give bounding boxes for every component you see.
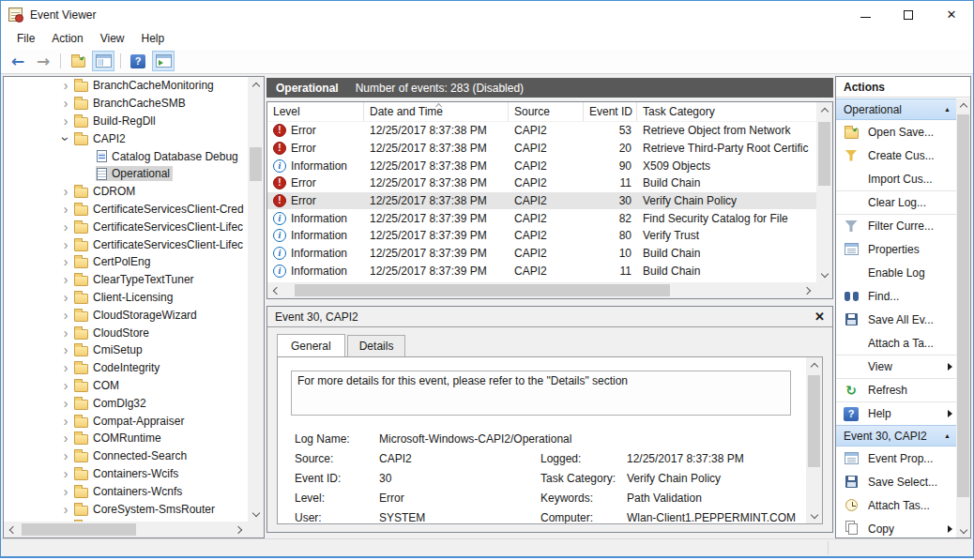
event-row-80-information[interactable]: Information12/25/2017 8:37:39 PMCAPI280V…: [267, 227, 816, 245]
expander-icon[interactable]: ›: [58, 291, 73, 304]
tree-item-codeintegrity[interactable]: ›CodeIntegrity: [4, 359, 248, 377]
expander-icon[interactable]: ›: [58, 114, 73, 128]
console-tree-toggle-button[interactable]: [92, 51, 114, 71]
scroll-track[interactable]: [806, 373, 822, 507]
tree-item-certificateservicesclient-lifec[interactable]: ›CertificateServicesClient-Lifec: [4, 235, 248, 253]
action-pane-toggle-button[interactable]: [152, 51, 175, 71]
scroll-left-button[interactable]: [4, 522, 20, 537]
scroll-track[interactable]: [283, 282, 800, 298]
table-horizontal-scrollbar[interactable]: [267, 282, 816, 298]
column-header-level[interactable]: Level: [267, 102, 364, 121]
expander-icon[interactable]: ›: [58, 203, 73, 216]
forward-button[interactable]: →: [32, 51, 54, 71]
tree-item-certificateservicesclient-cred[interactable]: ›CertificateServicesClient-Cred: [4, 201, 248, 219]
expander-icon[interactable]: ›: [58, 79, 73, 92]
scroll-track[interactable]: [248, 93, 264, 506]
back-button[interactable]: ←: [7, 51, 29, 71]
expander-icon[interactable]: ›: [59, 131, 72, 146]
tree-vertical-scrollbar[interactable]: [248, 77, 264, 522]
actions-vertical-scrollbar[interactable]: [956, 98, 970, 537]
tree-item-certpoleng[interactable]: ›CertPolEng: [4, 253, 248, 271]
scroll-up-button[interactable]: [806, 357, 822, 373]
expander-icon[interactable]: ›: [58, 431, 73, 445]
tab-general[interactable]: General: [277, 334, 345, 356]
scroll-track[interactable]: [816, 118, 832, 266]
scroll-down-button[interactable]: [248, 506, 264, 522]
action-import-cus[interactable]: Import Cus...: [836, 167, 956, 190]
action-enable-log[interactable]: Enable Log: [836, 261, 956, 284]
tree-item-operational[interactable]: Operational: [4, 165, 248, 183]
tree-item-compat-appraiser[interactable]: ›Compat-Appraiser: [4, 412, 248, 430]
tree-item-coresystem-smsrouter[interactable]: ›CoreSystem-SmsRouter: [4, 500, 248, 518]
event-row-82-information[interactable]: Information12/25/2017 8:37:39 PMCAPI282F…: [267, 209, 816, 227]
expander-icon[interactable]: ›: [58, 326, 73, 340]
expander-icon[interactable]: ›: [58, 255, 73, 268]
action-attach-tas[interactable]: Attach Tas...: [836, 493, 956, 517]
expander-icon[interactable]: ›: [58, 449, 73, 462]
close-button[interactable]: ✕: [930, 1, 973, 28]
action-copy[interactable]: Copy: [836, 517, 956, 537]
tree-item-build-regdll[interactable]: ›Build-RegDll: [4, 113, 248, 130]
minimize-button[interactable]: [844, 1, 887, 28]
action-save-all-ev[interactable]: Save All Ev...: [836, 308, 956, 331]
expander-icon[interactable]: ›: [58, 467, 73, 480]
scroll-thumb[interactable]: [808, 375, 820, 467]
tree-item-cloudstoragewizard[interactable]: ›CloudStorageWizard: [4, 306, 248, 324]
scroll-down-button[interactable]: [956, 523, 970, 537]
action-clear-log[interactable]: Clear Log...: [836, 190, 956, 214]
scroll-down-button[interactable]: [806, 507, 822, 523]
show-saved-log-button[interactable]: [67, 51, 89, 71]
expander-icon[interactable]: ›: [58, 185, 73, 198]
scroll-up-button[interactable]: [248, 77, 264, 93]
event-row-11-information[interactable]: Information12/25/2017 8:37:39 PMCAPI211B…: [267, 263, 816, 280]
actions-section-header-event-30-capi2[interactable]: Event 30, CAPI2▲: [836, 425, 956, 446]
event-row-90-information[interactable]: Information12/25/2017 8:37:38 PMCAPI290X…: [267, 157, 816, 174]
scroll-thumb[interactable]: [957, 114, 969, 497]
expander-icon[interactable]: ›: [58, 485, 73, 498]
scroll-up-button[interactable]: [956, 98, 970, 113]
scroll-thumb[interactable]: [295, 284, 670, 296]
expander-icon[interactable]: ›: [58, 238, 73, 251]
expander-icon[interactable]: ›: [58, 361, 73, 374]
action-find[interactable]: Find...: [836, 284, 956, 308]
action-properties[interactable]: Properties: [836, 237, 956, 261]
tree-item-cleartypetexttuner[interactable]: ›ClearTypeTextTuner: [4, 271, 248, 289]
action-help[interactable]: Help: [836, 401, 956, 425]
scroll-track[interactable]: [20, 522, 232, 537]
tree-item-com[interactable]: ›COM: [4, 377, 248, 395]
tree-item-containers-wcnfs[interactable]: ›Containers-Wcnfs: [4, 482, 248, 500]
tree-item-connected-search[interactable]: ›Connected-Search: [4, 447, 248, 465]
expander-icon[interactable]: ›: [58, 415, 73, 428]
event-row-10-information[interactable]: Information12/25/2017 8:37:39 PMCAPI210B…: [267, 245, 816, 263]
tree-horizontal-scrollbar[interactable]: [4, 522, 248, 537]
action-save-select[interactable]: Save Select...: [836, 470, 956, 493]
action-refresh[interactable]: Refresh: [836, 378, 956, 401]
tree-item-containers-wcifs[interactable]: ›Containers-Wcifs: [4, 465, 248, 483]
tree-item-certificateservicesclient-lifec[interactable]: ›CertificateServicesClient-Lifec: [4, 218, 248, 235]
event-row-20-error[interactable]: Error12/25/2017 8:37:38 PMCAPI220Retriev…: [267, 140, 816, 158]
scroll-left-button[interactable]: [267, 282, 283, 298]
scroll-up-button[interactable]: [816, 102, 832, 118]
expander-icon[interactable]: ›: [58, 343, 73, 356]
action-open-save[interactable]: Open Save...: [836, 120, 956, 144]
tree-item-catalog-database-debug[interactable]: Catalog Database Debug: [4, 147, 248, 165]
scroll-down-button[interactable]: [816, 266, 832, 282]
detail-close-button[interactable]: ✕: [814, 310, 825, 323]
expander-icon[interactable]: ›: [58, 503, 73, 516]
action-view[interactable]: View: [836, 355, 956, 378]
expander-icon[interactable]: ›: [58, 309, 73, 322]
tree-item-branchcachemonitoring[interactable]: ›BranchCacheMonitoring: [4, 77, 248, 95]
actions-section-header-operational[interactable]: Operational▲: [836, 98, 956, 120]
tree-item-cmisetup[interactable]: ›CmiSetup: [4, 341, 248, 359]
table-vertical-scrollbar[interactable]: [816, 102, 832, 282]
action-filter-curre[interactable]: Filter Curre...: [836, 214, 956, 237]
event-row-11-error[interactable]: Error12/25/2017 8:37:38 PMCAPI211Build C…: [267, 174, 816, 192]
menu-help[interactable]: Help: [133, 29, 174, 48]
expander-icon[interactable]: ›: [58, 397, 73, 410]
tab-details[interactable]: Details: [347, 335, 406, 357]
menu-view[interactable]: View: [92, 29, 133, 48]
expander-icon[interactable]: ›: [58, 379, 73, 392]
column-header-task-category[interactable]: Task Category: [637, 102, 816, 121]
detail-vertical-scrollbar[interactable]: [806, 357, 822, 523]
maximize-button[interactable]: [887, 1, 930, 28]
